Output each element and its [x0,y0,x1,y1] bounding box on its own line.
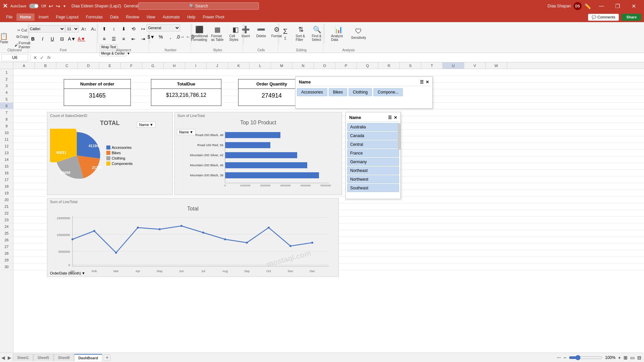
territory-clear-icon[interactable]: ✕ [394,115,397,120]
zoom-slider[interactable] [569,355,602,360]
menu-data[interactable]: Data [107,13,122,21]
underline-button[interactable]: U [48,34,57,44]
sheet-add-button[interactable]: + [104,354,110,361]
dollar-button[interactable]: $▼ [147,32,156,42]
text-direction-button[interactable]: ⟲ [129,24,138,34]
close-button[interactable]: ✕ [626,0,641,12]
quick-access-dropdown[interactable]: ▼ [63,4,66,8]
slicer-item-components[interactable]: Compone... [373,88,403,96]
territory-germany[interactable]: Germany [347,158,399,166]
restore-button[interactable]: ❐ [610,0,625,12]
line-filter-dropdown[interactable]: ▼ [82,271,85,275]
font-name-select[interactable]: Calibri [28,25,65,33]
cancel-formula-icon[interactable]: ✕ [33,54,38,61]
fill-color-button[interactable]: A▼ [67,34,76,44]
share-button[interactable]: Share [622,14,641,21]
territory-australia[interactable]: Australia [347,123,399,131]
comments-button[interactable]: 💬 Comments [588,14,619,21]
bar-name-filter[interactable]: Name ▼ [177,129,196,135]
normal-view-button[interactable]: ⊞ [624,355,628,360]
menu-formulas[interactable]: Formulas [83,13,106,21]
menu-review[interactable]: Review [122,13,142,21]
sheet-tab-sheet1[interactable]: Sheet1 [13,354,33,361]
territory-central[interactable]: Central [347,140,399,148]
slicer-item-accessories[interactable]: Accessories [297,88,327,96]
territory-northeast[interactable]: Northeast [347,167,399,175]
sensitivity-button[interactable]: 🛡 Sensitivity [349,24,368,43]
menu-power-pivot[interactable]: Power Pivot [200,13,228,21]
zoom-out-button[interactable]: − [564,355,566,360]
territory-france[interactable]: France [347,149,399,157]
col-header-Q: Q [357,62,378,69]
percent-button[interactable]: % [156,32,166,42]
sort-filter-button[interactable]: ⇅ Sort & Filter [294,24,309,43]
paste-button[interactable]: 📋 Paste [0,32,11,45]
sheet-tab-dashboard[interactable]: DashBoard [74,354,103,361]
sheet-tab-sheet8[interactable]: Sheet8 [54,354,74,361]
zoom-in-button[interactable]: + [618,355,621,360]
comma-button[interactable]: , [166,32,175,42]
sheet-tab-sheet5[interactable]: Sheet5 [33,354,54,361]
align-middle-button[interactable]: ↕ [109,24,119,34]
page-break-view-button[interactable]: ⊟ [637,355,641,360]
slicer-filter-icon[interactable]: ☰ [420,80,424,84]
delete-button[interactable]: ➖ Delete [254,24,268,39]
slicer-clear-icon[interactable]: ✕ [426,80,429,84]
insert-button[interactable]: ➕ Insert [239,24,253,39]
autosave-toggle[interactable] [29,4,39,8]
undo-button[interactable]: ↩ [49,3,53,9]
align-right-button[interactable]: ≡ [119,34,128,44]
col-header-K: K [228,62,250,69]
more-options-button[interactable]: ⋯ [557,355,561,360]
territory-northwest[interactable]: Northwest [347,175,399,183]
align-top-button[interactable]: ⬆ [100,24,109,34]
font-color-button[interactable]: A▼ [77,34,86,44]
merge-dropdown[interactable]: ▼ [127,52,130,55]
confirm-formula-icon[interactable]: ✓ [39,54,45,61]
format-as-table-button[interactable]: ▦ Format as Table [209,24,226,43]
territory-filter-icon[interactable]: ☰ [388,115,392,120]
align-bottom-button[interactable]: ⬇ [119,24,128,34]
line-chart-filter[interactable]: OrderDate (Month) ▼ [50,271,85,275]
pen-icon[interactable]: ✏️ [584,3,591,9]
analyze-data-button[interactable]: 📊 Analyze Data [329,24,348,43]
name-box[interactable] [1,54,28,61]
page-layout-view-button[interactable]: ▭ [630,355,635,360]
decrease-indent-button[interactable]: ⇤ [129,34,138,44]
find-select-button[interactable]: 🔍 Find & Select [310,24,325,43]
font-size-select[interactable]: 11 [65,25,79,33]
bold-button[interactable]: B [28,34,38,44]
pie-name-filter[interactable]: Name ▼ [137,122,156,128]
territory-southeast[interactable]: Southeast [347,184,399,192]
territory-canada[interactable]: Canada [347,132,399,140]
conditional-formatting-button[interactable]: ⬛ Conditional Formatting [191,24,208,43]
menu-automate[interactable]: Automate [159,13,183,21]
menu-file[interactable]: File [3,13,16,21]
slicer-scrollbar[interactable] [398,123,400,150]
autosum-button[interactable]: Σ Σ [278,24,292,43]
align-center-button[interactable]: ☰ [109,34,119,44]
slicer-item-bikes[interactable]: Bikes [329,88,347,96]
menu-home[interactable]: Home [16,13,34,21]
menu-help[interactable]: Help [184,13,199,21]
font-label: Font [30,48,97,52]
number-format-select[interactable]: General [147,24,180,32]
redo-button[interactable]: ↪ [56,3,60,9]
pie-filter-dropdown[interactable]: ▼ [150,123,153,127]
menu-page-layout[interactable]: Page Layout [53,13,82,21]
increase-decimal-button[interactable]: .0→ [176,32,185,42]
menu-insert[interactable]: Insert [35,13,52,21]
search-box[interactable]: 🔍 Search [138,2,259,10]
italic-button[interactable]: I [38,34,47,44]
menu-view[interactable]: View [143,13,159,21]
border-button[interactable]: ⊟ [57,34,67,44]
decrease-font-button[interactable]: A↓ [89,24,98,34]
slicer-item-clothing[interactable]: Clothing [348,88,372,96]
align-left-button[interactable]: ≡ [100,34,109,44]
increase-font-button[interactable]: A↑ [79,24,89,34]
bar-filter-dropdown[interactable]: ▼ [190,130,193,134]
formula-divider [30,54,31,61]
minimize-button[interactable]: — [594,0,609,12]
sheets-left-arrow[interactable]: ◀ [0,355,6,360]
sheets-right-arrow[interactable]: ▶ [6,355,13,360]
